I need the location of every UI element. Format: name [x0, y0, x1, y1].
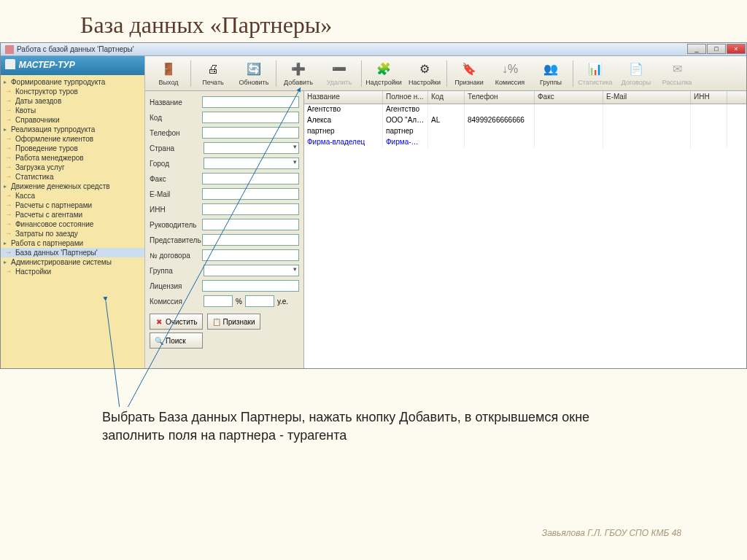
label-rep: Представитель [150, 236, 202, 244]
delete-button[interactable]: ➖Удалить [319, 58, 360, 90]
nav-item[interactable]: Расчеты с агентами [1, 210, 144, 219]
combo-city[interactable] [204, 158, 299, 169]
clear-icon: ✖ [155, 317, 163, 326]
nav-item[interactable]: Работа менеджеров [1, 153, 144, 163]
nav-item[interactable]: Статистика [1, 172, 144, 182]
sidebar: МАСТЕР-ТУР Формирование турпродуктаКонст… [1, 56, 145, 368]
input-comm-pct[interactable] [204, 295, 233, 307]
nav-item[interactable]: Загрузка услуг [1, 163, 144, 172]
input-name[interactable] [202, 96, 299, 108]
grid-header: Название Полное н... Код Телефон Факс E-… [304, 91, 746, 104]
window-titlebar[interactable]: Работа с базой данных 'Партнеры' [1, 43, 746, 56]
input-comm-ue[interactable] [245, 295, 274, 307]
label-fax: Факс [150, 175, 202, 183]
input-contract[interactable] [202, 249, 299, 261]
nav-item[interactable]: Конструктор туров [1, 87, 144, 96]
clear-button[interactable]: ✖Очистить [150, 314, 203, 330]
commission-button[interactable]: ↓%Комиссия [489, 58, 530, 90]
input-inn[interactable] [202, 203, 299, 215]
label-contract: № договора [150, 252, 202, 260]
col-header-email[interactable]: E-Mail [603, 91, 691, 104]
label-commission: Комиссия [150, 298, 204, 306]
window-controls: _ □ × [687, 44, 746, 54]
minimize-button[interactable]: _ [687, 44, 706, 54]
nav-item[interactable]: Затраты по заезду [1, 229, 144, 238]
table-cell [428, 137, 465, 148]
input-rep[interactable] [202, 234, 299, 246]
nav-group[interactable]: Администрирование системы [1, 257, 144, 267]
col-header-fax[interactable]: Факс [535, 91, 603, 104]
mailing-button[interactable]: ✉Рассылка [657, 58, 697, 90]
table-cell [535, 115, 603, 126]
add-button[interactable]: ➕Добавить [278, 58, 319, 90]
search-button[interactable]: 🔍Поиск [150, 332, 203, 349]
table-cell [603, 115, 691, 126]
nav-item[interactable]: Квоты [1, 106, 144, 115]
input-code[interactable] [202, 112, 299, 123]
col-header-code[interactable]: Код [428, 91, 465, 104]
refresh-button[interactable]: 🔄Обновить [233, 58, 274, 90]
toolbar: 🚪Выход 🖨Печать 🔄Обновить ➕Добавить ➖Удал… [145, 56, 746, 91]
slide-footer: Завьялова Г.Л. ГБОУ СПО КМБ 48 [542, 528, 681, 538]
attrs-button[interactable]: 🔖Признаки [449, 58, 489, 90]
nav-item[interactable]: Оформление клиентов [1, 134, 144, 144]
maximize-button[interactable]: □ [707, 44, 726, 54]
table-cell [465, 126, 535, 137]
stats-button[interactable]: 📊Статистика [575, 58, 616, 90]
table-row[interactable]: партнерпартнер [304, 126, 746, 137]
print-button[interactable]: 🖨Печать [193, 58, 233, 90]
table-cell: ООО "Ал… [383, 115, 428, 126]
label-phone: Телефон [150, 129, 202, 137]
nav-item[interactable]: Даты заездов [1, 96, 144, 106]
nav-group[interactable]: Реализация турпродукта [1, 125, 144, 134]
nav-group[interactable]: Работа с партнерами [1, 238, 144, 248]
table-cell [465, 137, 535, 148]
nav-group[interactable]: Движение денежных средств [1, 182, 144, 191]
contracts-button[interactable]: 📄Договоры [616, 58, 657, 90]
filter-form: Название Код Телефон Страна Город Факс E… [145, 91, 304, 368]
app-window: Работа с базой данных 'Партнеры' МАСТЕР-… [0, 42, 747, 369]
col-header-inn[interactable]: ИНН [691, 91, 727, 104]
col-header-name[interactable]: Название [304, 91, 383, 104]
attrs-icon: 🔖 [461, 61, 477, 77]
nav-item[interactable]: Финансовое состояние [1, 219, 144, 229]
nav-group[interactable]: Формирование турпродукта [1, 77, 144, 87]
exit-button[interactable]: 🚪Выход [148, 58, 189, 90]
label-country: Страна [150, 144, 204, 152]
nav-item[interactable]: Настройки [1, 267, 144, 276]
addons-button[interactable]: 🧩Надстройки [363, 58, 404, 90]
grid-body[interactable]: АгентствоАгентствоАлексаООО "Ал…AL849992… [304, 104, 746, 368]
table-row[interactable]: АгентствоАгентство [304, 104, 746, 115]
nav-item[interactable]: Расчеты с партнерами [1, 201, 144, 210]
input-phone[interactable] [202, 127, 299, 139]
search-icon: 🔍 [155, 336, 163, 345]
table-cell: партнер [304, 126, 383, 137]
table-row[interactable]: Фирма-владелецФирма-… [304, 137, 746, 148]
nav-item[interactable]: Справочники [1, 115, 144, 125]
groups-button[interactable]: 👥Группы [530, 58, 571, 90]
table-row[interactable]: АлексаООО "Ал…AL84999266666666 [304, 115, 746, 126]
combo-group[interactable] [204, 265, 299, 276]
col-header-phone[interactable]: Телефон [465, 91, 535, 104]
table-cell: Алекса [304, 115, 383, 126]
combo-country[interactable] [204, 142, 299, 154]
settings-button[interactable]: ⚙Настройки [404, 58, 445, 90]
nav-item[interactable]: Касса [1, 191, 144, 201]
col-header-fullname[interactable]: Полное н... [383, 91, 428, 104]
input-director[interactable] [202, 219, 299, 230]
nav-tree: Формирование турпродуктаКонструктор туро… [1, 75, 144, 279]
input-email[interactable] [202, 188, 299, 200]
table-cell: AL [428, 115, 465, 126]
exit-icon: 🚪 [160, 61, 177, 77]
commission-icon: ↓% [502, 61, 518, 77]
input-license[interactable] [202, 280, 299, 292]
label-code: Код [150, 114, 202, 122]
input-fax[interactable] [202, 173, 299, 184]
nav-item[interactable]: Проведение туров [1, 144, 144, 153]
nav-item[interactable]: База данных 'Партнеры' [1, 248, 144, 257]
contracts-icon: 📄 [628, 61, 644, 77]
close-button[interactable]: × [727, 44, 746, 54]
attrs-filter-button[interactable]: 📋Признаки [207, 314, 260, 330]
slide-description: Выбрать База данных Партнеры, нажать кно… [102, 408, 613, 445]
print-icon: 🖨 [205, 61, 221, 77]
